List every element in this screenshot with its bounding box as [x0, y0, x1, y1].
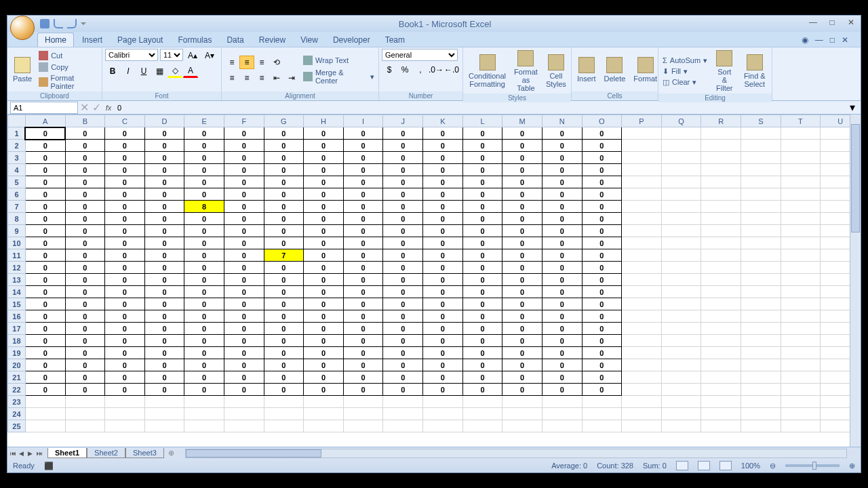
sheet-tab-sheet3[interactable]: Sheet3 [125, 448, 164, 458]
cell-I1[interactable]: 0 [343, 127, 383, 140]
cell-F7[interactable]: 0 [224, 201, 264, 213]
ribbon-tab-team[interactable]: Team [378, 33, 412, 47]
cell-H14[interactable]: 0 [304, 286, 344, 298]
cell-E20[interactable]: 0 [184, 359, 224, 371]
align-center-button[interactable]: ≡ [239, 71, 254, 85]
prev-sheet-icon[interactable]: ◀ [19, 450, 27, 457]
row-header-10[interactable]: 10 [8, 237, 26, 249]
cell-D8[interactable]: 0 [144, 213, 184, 225]
cell-K16[interactable]: 0 [423, 310, 463, 323]
cell-A20[interactable]: 0 [25, 359, 65, 371]
cell-I24[interactable] [343, 408, 383, 420]
cell-styles-button[interactable]: Cell Styles [543, 53, 569, 89]
cell-A25[interactable] [25, 420, 65, 432]
cell-F1[interactable]: 0 [224, 127, 264, 140]
cell-E14[interactable]: 0 [184, 286, 224, 298]
cell-K11[interactable]: 0 [423, 249, 463, 262]
enter-icon[interactable]: ✓ [90, 101, 102, 114]
underline-button[interactable]: U [136, 64, 151, 78]
cell-T3[interactable] [781, 152, 821, 164]
macro-record-icon[interactable]: ⬛ [44, 462, 54, 470]
next-sheet-icon[interactable]: ▶ [28, 450, 36, 457]
ribbon-tab-view[interactable]: View [294, 33, 325, 47]
cell-T19[interactable] [781, 347, 821, 359]
cell-F15[interactable]: 0 [224, 298, 264, 310]
cell-D16[interactable]: 0 [144, 310, 184, 323]
cell-Q9[interactable] [661, 225, 701, 237]
cell-N20[interactable]: 0 [542, 359, 582, 371]
cell-K23[interactable] [423, 396, 463, 408]
cell-M17[interactable]: 0 [502, 323, 542, 335]
borders-button[interactable]: ▦ [152, 64, 167, 78]
new-sheet-icon[interactable]: ⊕ [164, 449, 178, 458]
cell-C20[interactable]: 0 [105, 359, 145, 371]
cell-J13[interactable]: 0 [383, 274, 423, 286]
cell-R23[interactable] [701, 396, 741, 408]
cell-T1[interactable] [781, 127, 821, 140]
cell-E24[interactable] [184, 408, 224, 420]
cell-H23[interactable] [304, 396, 344, 408]
sheet-tab-sheet1[interactable]: Sheet1 [47, 448, 87, 458]
sort-filter-button[interactable]: Sort & Filter [711, 49, 738, 94]
row-header-1[interactable]: 1 [8, 127, 26, 140]
cell-K18[interactable]: 0 [423, 335, 463, 347]
cell-T17[interactable] [781, 323, 821, 335]
cell-B9[interactable]: 0 [65, 225, 105, 237]
cell-M8[interactable]: 0 [502, 213, 542, 225]
cell-F22[interactable]: 0 [224, 384, 264, 396]
cell-G25[interactable] [264, 420, 304, 432]
cell-D13[interactable]: 0 [144, 274, 184, 286]
cell-Q3[interactable] [661, 152, 701, 164]
cell-Q25[interactable] [661, 420, 701, 432]
cell-G24[interactable] [264, 408, 304, 420]
cell-H17[interactable]: 0 [304, 323, 344, 335]
cell-S11[interactable] [741, 249, 781, 262]
cell-P24[interactable] [622, 408, 662, 420]
save-icon[interactable] [40, 19, 50, 28]
cell-N5[interactable]: 0 [542, 176, 582, 188]
cell-O24[interactable] [582, 408, 622, 420]
cell-P16[interactable] [622, 310, 662, 323]
cell-G1[interactable]: 0 [264, 127, 304, 140]
cell-D18[interactable]: 0 [144, 335, 184, 347]
zoom-out-button[interactable]: ⊖ [770, 462, 776, 470]
cell-I8[interactable]: 0 [343, 213, 383, 225]
cell-G14[interactable]: 0 [264, 286, 304, 298]
cell-O20[interactable]: 0 [582, 359, 622, 371]
cell-H16[interactable]: 0 [304, 310, 344, 323]
page-layout-view-button[interactable] [698, 461, 710, 470]
cell-M20[interactable]: 0 [502, 359, 542, 371]
cell-R21[interactable] [701, 371, 741, 384]
cell-H5[interactable]: 0 [304, 176, 344, 188]
cell-P21[interactable] [622, 371, 662, 384]
number-format-select[interactable]: General [382, 49, 458, 61]
cell-M4[interactable]: 0 [502, 164, 542, 176]
cell-J10[interactable]: 0 [383, 237, 423, 249]
cell-S19[interactable] [741, 347, 781, 359]
cell-O16[interactable]: 0 [582, 310, 622, 323]
cell-B3[interactable]: 0 [65, 152, 105, 164]
cell-C21[interactable]: 0 [105, 371, 145, 384]
cell-T8[interactable] [781, 213, 821, 225]
row-header-9[interactable]: 9 [8, 225, 26, 237]
cell-K10[interactable]: 0 [423, 237, 463, 249]
cell-H19[interactable]: 0 [304, 347, 344, 359]
cell-B11[interactable]: 0 [65, 249, 105, 262]
cell-N25[interactable] [542, 420, 582, 432]
cell-R4[interactable] [701, 164, 741, 176]
cell-C10[interactable]: 0 [105, 237, 145, 249]
cell-T12[interactable] [781, 262, 821, 274]
cell-S4[interactable] [741, 164, 781, 176]
cell-H2[interactable]: 0 [304, 140, 344, 152]
cell-G17[interactable]: 0 [264, 323, 304, 335]
cell-P8[interactable] [622, 213, 662, 225]
cell-A5[interactable]: 0 [25, 176, 65, 188]
cell-A6[interactable]: 0 [25, 188, 65, 201]
cell-O7[interactable]: 0 [582, 201, 622, 213]
cell-D22[interactable]: 0 [144, 384, 184, 396]
cell-S24[interactable] [741, 408, 781, 420]
col-header-M[interactable]: M [502, 115, 542, 127]
cell-B10[interactable]: 0 [65, 237, 105, 249]
cell-H6[interactable]: 0 [304, 188, 344, 201]
fill-color-button[interactable]: ◇ [167, 64, 182, 78]
